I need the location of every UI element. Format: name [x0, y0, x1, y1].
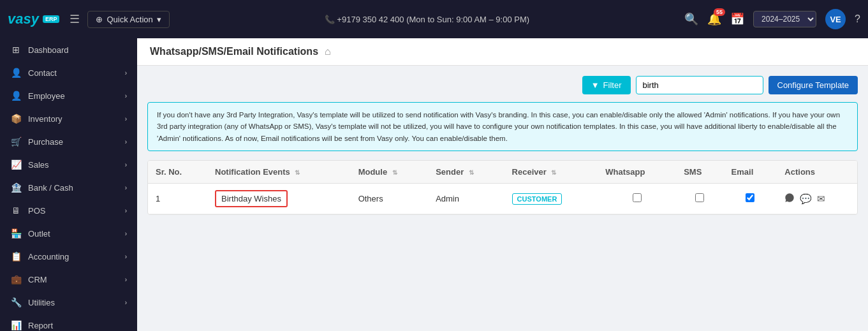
- filter-icon: ▼: [591, 80, 600, 90]
- sidebar-item-label: POS: [28, 206, 45, 216]
- sidebar-item-utilities[interactable]: 🔧 Utilities ›: [0, 291, 137, 314]
- quick-action-label: Quick Action: [107, 15, 152, 24]
- receiver-badge: CUSTOMER: [512, 193, 563, 205]
- content-area: Whatsapp/SMS/Email Notifications ⌂ ▼ Fil…: [137, 38, 868, 331]
- sidebar-item-label: Dashboard: [28, 45, 69, 55]
- sidebar-item-sales[interactable]: 📈 Sales ›: [0, 153, 137, 176]
- filter-button[interactable]: ▼ Filter: [582, 76, 631, 94]
- sms-action-icon[interactable]: 💬: [800, 193, 812, 205]
- cell-notification-event: Birthday Wishes: [207, 184, 351, 214]
- accounting-icon: 📋: [10, 251, 22, 261]
- notification-event-value: Birthday Wishes: [215, 190, 288, 207]
- chevron-right-icon: ›: [125, 276, 127, 283]
- action-icons: 💬 ✉: [784, 193, 850, 205]
- main-content: ▼ Filter Configure Template If you don't…: [137, 66, 868, 225]
- sidebar-item-label: Utilities: [28, 298, 55, 307]
- sidebar-item-label: Employee: [28, 91, 65, 101]
- configure-template-button[interactable]: Configure Template: [769, 76, 858, 94]
- chevron-right-icon: ›: [125, 230, 127, 237]
- cell-receiver: CUSTOMER: [504, 184, 598, 214]
- sidebar-item-employee[interactable]: 👤 Employee ›: [0, 84, 137, 107]
- sidebar-item-label: Outlet: [28, 229, 50, 239]
- info-text: If you don't have any 3rd Party Integrat…: [157, 111, 840, 142]
- sort-icon[interactable]: ⇅: [392, 169, 397, 176]
- sidebar-item-bank-cash[interactable]: 🏦 Bank / Cash ›: [0, 176, 137, 199]
- chevron-down-icon: ▾: [157, 15, 161, 24]
- cell-sr-no: 1: [148, 184, 207, 214]
- cell-whatsapp-checkbox: [598, 184, 676, 214]
- add-icon: ⊕: [96, 15, 103, 24]
- top-navigation: vasy ERP ☰ ⊕ Quick Action ▾ 📞 +9179 350 …: [0, 0, 868, 38]
- cell-email-checkbox: [724, 184, 777, 214]
- sms-checkbox[interactable]: [695, 193, 704, 202]
- cell-sender: Admin: [428, 184, 504, 214]
- help-button[interactable]: ?: [855, 13, 860, 25]
- sidebar-item-label: Bank / Cash: [28, 183, 73, 193]
- purchase-icon: 🛒: [10, 136, 22, 147]
- sidebar-item-label: Accounting: [28, 252, 69, 261]
- logo-erp-badge: ERP: [43, 15, 60, 23]
- notification-badge: 55: [714, 8, 725, 16]
- sidebar-item-report[interactable]: 📊 Report: [0, 314, 137, 331]
- phone-icon: 📞: [325, 15, 335, 24]
- filter-bar: ▼ Filter Configure Template: [147, 76, 858, 94]
- home-icon[interactable]: ⌂: [325, 46, 331, 57]
- sort-icon[interactable]: ⇅: [469, 169, 474, 176]
- col-receiver: Receiver ⇅: [504, 161, 598, 184]
- sort-icon[interactable]: ⇅: [551, 169, 556, 176]
- sidebar-item-outlet[interactable]: 🏪 Outlet ›: [0, 222, 137, 245]
- calendar-button[interactable]: 📅: [730, 12, 744, 26]
- main-layout: ⊞ Dashboard 👤 Contact › 👤 Employee › 📦 I…: [0, 38, 868, 331]
- table-row: 1 Birthday Wishes Others Admin: [148, 184, 857, 214]
- col-actions: Actions: [777, 161, 857, 184]
- cell-sms-checkbox: [676, 184, 723, 214]
- sidebar-item-dashboard[interactable]: ⊞ Dashboard: [0, 38, 137, 61]
- whatsapp-checkbox[interactable]: [633, 193, 642, 202]
- employee-icon: 👤: [10, 91, 22, 101]
- sidebar-item-label: Report: [28, 321, 53, 330]
- email-action-icon[interactable]: ✉: [817, 193, 825, 205]
- sidebar: ⊞ Dashboard 👤 Contact › 👤 Employee › 📦 I…: [0, 38, 137, 331]
- quick-action-button[interactable]: ⊕ Quick Action ▾: [87, 11, 169, 28]
- email-checkbox[interactable]: [746, 193, 754, 202]
- dashboard-icon: ⊞: [10, 45, 22, 55]
- bank-icon: 🏦: [10, 182, 22, 193]
- sidebar-item-label: Sales: [28, 160, 49, 170]
- contact-icon: 👤: [10, 68, 22, 78]
- report-icon: 📊: [10, 320, 22, 330]
- avatar-button[interactable]: VE: [825, 9, 846, 29]
- year-selector[interactable]: 2024–2025: [753, 11, 816, 27]
- notifications-button[interactable]: 🔔 55: [707, 12, 721, 26]
- outlet-icon: 🏪: [10, 228, 22, 239]
- chevron-right-icon: ›: [125, 138, 127, 145]
- sidebar-item-accounting[interactable]: 📋 Accounting ›: [0, 245, 137, 268]
- filter-label: Filter: [603, 80, 622, 90]
- logo-area: vasy ERP: [8, 11, 59, 27]
- chevron-right-icon: ›: [125, 92, 127, 99]
- whatsapp-action-icon[interactable]: [784, 193, 795, 205]
- page-title: Whatsapp/SMS/Email Notifications: [150, 46, 318, 57]
- sidebar-item-crm[interactable]: 💼 CRM ›: [0, 268, 137, 291]
- sidebar-item-contact[interactable]: 👤 Contact ›: [0, 61, 137, 84]
- chevron-right-icon: ›: [125, 115, 127, 122]
- sidebar-item-purchase[interactable]: 🛒 Purchase ›: [0, 130, 137, 153]
- hamburger-icon[interactable]: ☰: [70, 12, 80, 26]
- sort-icon[interactable]: ⇅: [295, 169, 300, 176]
- sidebar-item-pos[interactable]: 🖥 POS ›: [0, 199, 137, 222]
- sidebar-item-label: CRM: [28, 275, 47, 284]
- cell-actions: 💬 ✉: [777, 184, 857, 214]
- sidebar-item-inventory[interactable]: 📦 Inventory ›: [0, 107, 137, 130]
- search-button[interactable]: 🔍: [684, 12, 698, 26]
- notifications-table: Sr. No. Notification Events ⇅ Module ⇅: [148, 161, 857, 214]
- col-sr-no: Sr. No.: [148, 161, 207, 184]
- logo-text: vasy: [8, 11, 39, 27]
- chevron-right-icon: ›: [125, 184, 127, 191]
- chevron-right-icon: ›: [125, 70, 127, 77]
- pos-icon: 🖥: [10, 205, 22, 216]
- col-notification-events: Notification Events ⇅: [207, 161, 351, 184]
- filter-input[interactable]: [636, 76, 763, 94]
- col-email: Email: [724, 161, 777, 184]
- phone-number: +9179 350 42 400 (Mon to Sun: 9:00 AM – …: [337, 15, 529, 24]
- sidebar-item-label: Contact: [28, 68, 57, 78]
- utilities-icon: 🔧: [10, 297, 22, 307]
